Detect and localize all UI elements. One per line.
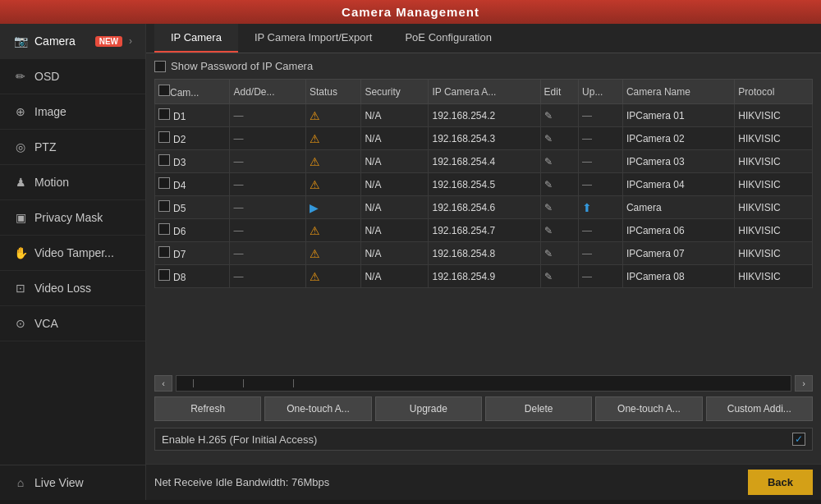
sidebar-item-camera[interactable]: 📷 Camera NEW › <box>0 24 145 59</box>
delete-button[interactable]: Delete <box>485 396 592 421</box>
sidebar-label-video-tamper: Video Tamper... <box>34 246 132 259</box>
cell-up-D7: — <box>579 242 623 265</box>
cell-addde-D7: — <box>230 242 306 265</box>
cell-ip-D4: 192.168.254.5 <box>429 173 540 196</box>
row-checkbox-D8[interactable] <box>158 269 170 281</box>
live-view-icon: ⌂ <box>13 475 28 490</box>
sidebar-item-video-loss[interactable]: ⊡ Video Loss <box>0 271 145 306</box>
sidebar-item-motion[interactable]: ♟ Motion <box>0 165 145 200</box>
row-checkbox-D7[interactable] <box>158 246 170 258</box>
scroll-tick-1 <box>193 379 194 387</box>
upgrade-button[interactable]: Upgrade <box>375 396 482 421</box>
edit-icon-D6[interactable]: ✎ <box>544 225 553 236</box>
cell-edit-D5[interactable]: ✎ <box>540 196 579 219</box>
col-header-ip: IP Camera A... <box>429 80 540 104</box>
one-touch-add-button[interactable]: One-touch A... <box>264 396 371 421</box>
cell-status-D7: ⚠ <box>305 242 360 265</box>
cell-security-D8: N/A <box>361 265 429 288</box>
warning-icon: ⚠ <box>310 270 320 283</box>
cell-cam-D6: D6 <box>155 219 230 242</box>
cell-security-D3: N/A <box>361 150 429 173</box>
table-row[interactable]: D2—⚠N/A192.168.254.3✎—IPCamera 02HIKVISI… <box>155 127 813 150</box>
cell-ip-D8: 192.168.254.9 <box>429 265 540 288</box>
cell-edit-D3[interactable]: ✎ <box>540 150 579 173</box>
scroll-ticks <box>177 376 791 391</box>
image-icon: ⊕ <box>13 104 28 119</box>
cell-protocol-D5: HIKVISIC <box>735 196 813 219</box>
table-row[interactable]: D8—⚠N/A192.168.254.9✎—IPCamera 08HIKVISI… <box>155 265 813 288</box>
cell-status-D3: ⚠ <box>305 150 360 173</box>
cell-edit-D8[interactable]: ✎ <box>540 265 579 288</box>
sidebar-item-video-tamper[interactable]: ✋ Video Tamper... <box>0 236 145 271</box>
row-checkbox-D6[interactable] <box>158 223 170 235</box>
cell-protocol-D1: HIKVISIC <box>735 104 813 127</box>
sidebar-label-video-loss: Video Loss <box>34 282 132 295</box>
cell-cam-D1: D1 <box>155 104 230 127</box>
cell-addde-D5: — <box>230 196 306 219</box>
sidebar-item-ptz[interactable]: ◎ PTZ <box>0 130 145 165</box>
row-checkbox-D4[interactable] <box>158 177 170 189</box>
table-row[interactable]: D3—⚠N/A192.168.254.4✎—IPCamera 03HIKVISI… <box>155 150 813 173</box>
back-button[interactable]: Back <box>748 470 813 495</box>
select-all-checkbox[interactable] <box>158 85 170 96</box>
tab-poe-configuration[interactable]: PoE Configuration <box>388 24 508 53</box>
cell-name-D8: IPCamera 08 <box>622 265 734 288</box>
cell-up-D5: ⬆ <box>579 196 623 219</box>
show-password-checkbox[interactable] <box>154 61 166 72</box>
tab-ip-camera-import-export[interactable]: IP Camera Import/Export <box>238 24 389 53</box>
cell-up-D3: — <box>579 150 623 173</box>
row-checkbox-D3[interactable] <box>158 154 170 166</box>
one-touch-activate-button[interactable]: One-touch A... <box>595 396 702 421</box>
table-row[interactable]: D7—⚠N/A192.168.254.8✎—IPCamera 07HIKVISI… <box>155 242 813 265</box>
edit-icon-D2[interactable]: ✎ <box>544 133 553 144</box>
edit-icon-D3[interactable]: ✎ <box>544 156 553 167</box>
tab-ip-camera[interactable]: IP Camera <box>154 24 238 53</box>
cell-edit-D1[interactable]: ✎ <box>540 104 579 127</box>
scroll-track[interactable] <box>176 375 791 392</box>
cell-status-D6: ⚠ <box>305 219 360 242</box>
row-checkbox-D1[interactable] <box>158 108 170 120</box>
sidebar-label-osd: OSD <box>34 70 132 83</box>
cell-edit-D7[interactable]: ✎ <box>540 242 579 265</box>
edit-icon-D5[interactable]: ✎ <box>544 202 553 213</box>
sidebar-item-privacy-mask[interactable]: ▣ Privacy Mask <box>0 200 145 236</box>
action-button-row: Refresh One-touch A... Upgrade Delete On… <box>154 396 813 421</box>
scroll-left-button[interactable]: ‹ <box>154 375 172 392</box>
col-header-edit: Edit <box>540 80 579 104</box>
camera-icon: 📷 <box>13 34 28 48</box>
cell-protocol-D6: HIKVISIC <box>735 219 813 242</box>
table-row[interactable]: D1—⚠N/A192.168.254.2✎—IPCamera 01HIKVISI… <box>155 104 813 127</box>
edit-icon-D4[interactable]: ✎ <box>544 179 553 190</box>
scroll-right-button[interactable]: › <box>795 375 813 392</box>
table-row[interactable]: D6—⚠N/A192.168.254.7✎—IPCamera 06HIKVISI… <box>155 219 813 242</box>
h265-checkbox[interactable]: ✓ <box>792 433 805 446</box>
row-checkbox-D5[interactable] <box>158 200 170 212</box>
cell-ip-D6: 192.168.254.7 <box>429 219 540 242</box>
cell-edit-D6[interactable]: ✎ <box>540 219 579 242</box>
sidebar-item-osd[interactable]: ✏ OSD <box>0 59 145 94</box>
cell-security-D4: N/A <box>361 173 429 196</box>
edit-icon-D1[interactable]: ✎ <box>544 110 553 121</box>
edit-icon-D8[interactable]: ✎ <box>544 271 553 282</box>
sidebar-item-image[interactable]: ⊕ Image <box>0 94 145 130</box>
edit-icon-D7[interactable]: ✎ <box>544 248 553 259</box>
cell-cam-D4: D4 <box>155 173 230 196</box>
table-row[interactable]: D5—▶N/A192.168.254.6✎⬆CameraHIKVISIC <box>155 196 813 219</box>
row-checkbox-D2[interactable] <box>158 131 170 143</box>
refresh-button[interactable]: Refresh <box>154 396 261 421</box>
sidebar-item-vca[interactable]: ⊙ VCA <box>0 306 145 341</box>
video-loss-icon: ⊡ <box>13 281 28 296</box>
privacy-mask-icon: ▣ <box>13 210 28 225</box>
cell-ip-D1: 192.168.254.2 <box>429 104 540 127</box>
custom-add-button[interactable]: Custom Addi... <box>706 396 813 421</box>
cell-cam-D8: D8 <box>155 265 230 288</box>
table-row[interactable]: D4—⚠N/A192.168.254.5✎—IPCamera 04HIKVISI… <box>155 173 813 196</box>
cell-edit-D4[interactable]: ✎ <box>540 173 579 196</box>
sidebar-item-live-view[interactable]: ⌂ Live View <box>0 465 145 500</box>
cell-addde-D3: — <box>230 150 306 173</box>
cell-status-D8: ⚠ <box>305 265 360 288</box>
cell-name-D2: IPCamera 02 <box>622 127 734 150</box>
cell-edit-D2[interactable]: ✎ <box>540 127 579 150</box>
page-title: Camera Management <box>342 5 479 19</box>
cell-security-D7: N/A <box>361 242 429 265</box>
